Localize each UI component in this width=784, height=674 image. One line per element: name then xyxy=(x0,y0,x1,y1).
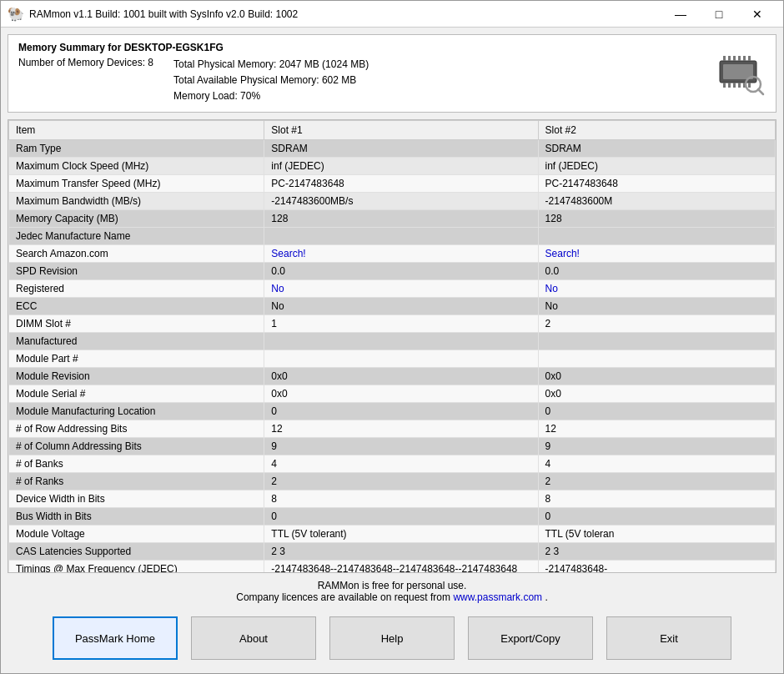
svg-rect-2 xyxy=(723,83,726,88)
table-row: Bus Width in Bits xyxy=(9,507,264,525)
search-link-slot2[interactable]: Search! xyxy=(545,248,580,259)
help-button[interactable]: Help xyxy=(329,616,455,660)
table-scroll[interactable]: Item Slot #1 Slot #2 Ram TypeSDRAMSDRAM … xyxy=(8,120,776,572)
table-row: Manufactured xyxy=(9,332,264,350)
title-bar: 🐏 RAMmon v1.1 Build: 1001 built with Sys… xyxy=(1,1,783,28)
export-copy-button[interactable]: Export/Copy xyxy=(468,616,593,660)
summary-title: Memory Summary for DESKTOP-EGSK1FG xyxy=(18,42,716,53)
main-window: 🐏 RAMmon v1.1 Build: 1001 built with Sys… xyxy=(0,0,784,674)
memory-summary: Memory Summary for DESKTOP-EGSK1FG Numbe… xyxy=(8,34,776,113)
svg-rect-12 xyxy=(743,56,746,61)
devices-label: Number of Memory Devices: 8 xyxy=(18,57,153,103)
summary-content: Memory Summary for DESKTOP-EGSK1FG Numbe… xyxy=(18,42,716,105)
summary-line-3: Memory Load: 70% xyxy=(173,88,369,104)
table-row: # of Column Addressing Bits xyxy=(9,437,264,455)
close-button[interactable]: ✕ xyxy=(738,1,776,28)
table-row: Module Voltage xyxy=(9,525,264,542)
table-row: Module Manufacturing Location xyxy=(9,402,264,420)
table-row: CAS Latencies Supported xyxy=(9,542,264,560)
title-bar-text: RAMmon v1.1 Build: 1001 built with SysIn… xyxy=(29,8,661,20)
svg-rect-4 xyxy=(733,83,736,88)
table-row: Module Serial # xyxy=(9,385,264,402)
passmark-link[interactable]: www.passmark.com xyxy=(453,591,542,603)
minimize-button[interactable]: — xyxy=(661,1,700,28)
table-row: # of Banks xyxy=(9,455,264,472)
title-bar-controls: — □ ✕ xyxy=(661,1,776,28)
svg-rect-11 xyxy=(738,56,741,61)
summary-lines: Total Physical Memory: 2047 MB (1024 MB)… xyxy=(173,57,369,105)
table-row: Module Revision xyxy=(9,367,264,385)
table-row: DIMM Slot # xyxy=(9,314,264,332)
summary-line-1: Total Physical Memory: 2047 MB (1024 MB) xyxy=(173,57,369,73)
svg-rect-7 xyxy=(748,83,751,88)
passmark-home-button[interactable]: PassMark Home xyxy=(53,616,178,660)
maximize-button[interactable]: □ xyxy=(700,1,738,28)
table-row: Jedec Manufacture Name xyxy=(9,227,264,244)
svg-rect-10 xyxy=(733,56,736,61)
app-icon: 🐏 xyxy=(8,6,24,23)
col-header-slot1: Slot #1 xyxy=(264,120,538,139)
table-row: Maximum Transfer Speed (MHz) xyxy=(9,174,264,192)
table-row: Memory Capacity (MB) xyxy=(9,209,264,227)
table-row: Ram Type xyxy=(9,139,264,157)
table-row: Registered xyxy=(9,279,264,297)
table-row: Maximum Clock Speed (MHz) xyxy=(9,157,264,174)
svg-rect-5 xyxy=(738,83,741,88)
footer-line1: RAMMon is free for personal use. xyxy=(8,580,776,591)
table-row: Timings @ Max Frequency (JEDEC) xyxy=(9,560,264,572)
summary-line-2: Total Available Physical Memory: 602 MB xyxy=(173,73,369,88)
col-header-item: Item xyxy=(9,120,264,139)
svg-line-15 xyxy=(758,89,763,94)
col-header-slot2: Slot #2 xyxy=(538,120,775,139)
table-row: # of Row Addressing Bits xyxy=(9,420,264,437)
footer-buttons: PassMark HomeAboutHelpExport/CopyExit xyxy=(1,610,783,673)
table-row: Maximum Bandwidth (MB/s) xyxy=(9,192,264,209)
svg-rect-3 xyxy=(728,83,731,88)
footer-text: RAMMon is free for personal use. Company… xyxy=(1,573,783,610)
table-row: Search Amazon.com xyxy=(9,244,264,262)
svg-rect-8 xyxy=(723,56,726,61)
table-row: Device Width in Bits xyxy=(9,490,264,507)
svg-rect-9 xyxy=(728,56,731,61)
memory-table: Item Slot #1 Slot #2 Ram TypeSDRAMSDRAM … xyxy=(8,120,776,572)
table-row: ECC xyxy=(9,297,264,314)
svg-rect-13 xyxy=(748,56,751,61)
footer-line2: Company licences are available on reques… xyxy=(8,591,776,603)
summary-icon xyxy=(716,48,766,98)
about-button[interactable]: About xyxy=(191,616,316,660)
data-table-container: Item Slot #1 Slot #2 Ram TypeSDRAMSDRAM … xyxy=(8,119,776,573)
table-row: SPD Revision xyxy=(9,262,264,279)
table-row: Module Part # xyxy=(9,350,264,367)
exit-button[interactable]: Exit xyxy=(606,616,731,660)
table-row: # of Ranks xyxy=(9,472,264,490)
search-link-slot1[interactable]: Search! xyxy=(271,248,305,259)
